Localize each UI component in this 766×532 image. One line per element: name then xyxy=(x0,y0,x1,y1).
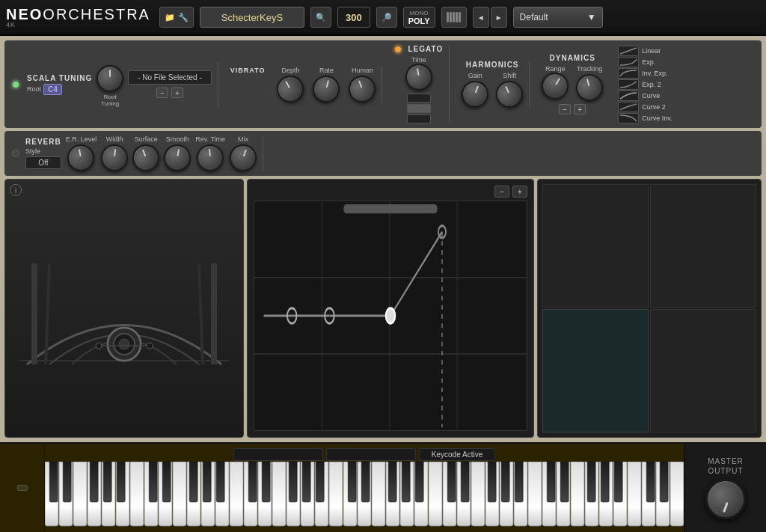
folder-icon: 📁 xyxy=(165,13,175,22)
master-output-section: MASTER OUTPUT xyxy=(684,444,766,532)
surface-knob[interactable] xyxy=(129,141,163,175)
zoom-button[interactable]: 🔎 xyxy=(376,7,397,28)
legato-section: LEGATO Time xyxy=(388,45,450,123)
nav-prev-button[interactable]: ◄ xyxy=(473,7,489,28)
vibrato-depth-knob[interactable] xyxy=(272,70,309,107)
dynamics-tracking-group: Tracking xyxy=(576,65,603,101)
svg-point-15 xyxy=(96,343,102,349)
status-bar-1 xyxy=(233,448,323,461)
curve-exp[interactable]: Exp. xyxy=(618,57,672,67)
legato-led[interactable] xyxy=(394,46,402,53)
vibrato-depth-group: Depth xyxy=(277,67,304,103)
dynamics-tracking-knob[interactable] xyxy=(573,71,606,104)
zoom-icon: 🔎 xyxy=(382,13,392,22)
smooth-group: Smooth xyxy=(164,135,191,171)
dynamics-plus[interactable]: + xyxy=(574,104,586,114)
no-file-button[interactable]: - No File Selected - xyxy=(128,70,212,85)
svg-rect-0 xyxy=(447,12,449,22)
file-button[interactable]: 📁 🔧 xyxy=(159,7,194,28)
reverb-style-value[interactable]: Off xyxy=(25,156,61,169)
dynamics-minus[interactable]: − xyxy=(559,104,571,114)
mono-poly-toggle[interactable]: MONO POLY xyxy=(403,7,435,28)
curve-inv-exp[interactable]: Inv. Exp. xyxy=(618,68,672,79)
grid-cell-4 xyxy=(650,309,756,432)
envelope-visualizer: − + xyxy=(247,179,534,438)
right-visualizer xyxy=(537,179,762,438)
default-select[interactable]: Default ▼ xyxy=(513,7,603,28)
vel-box-3[interactable] xyxy=(407,114,431,123)
status-bar-2 xyxy=(326,448,416,461)
legato-time-knob[interactable] xyxy=(403,61,435,93)
er-level-knob[interactable] xyxy=(66,142,97,174)
vibrato-human-group: Human xyxy=(349,67,376,103)
harmonics-shift-group: Shift xyxy=(496,72,523,108)
plus-button[interactable]: + xyxy=(171,88,183,98)
svg-line-27 xyxy=(390,232,442,316)
preset-display[interactable]: SchecterKeyS xyxy=(200,7,304,28)
env-toolbar: − + xyxy=(254,186,527,198)
nav-next-button[interactable]: ► xyxy=(491,7,507,28)
dynamics-range-knob[interactable] xyxy=(537,67,574,104)
reverb-led[interactable] xyxy=(12,150,19,157)
env-vis-container: − + xyxy=(248,180,533,437)
root-tuning-group: RootTuning xyxy=(96,62,123,107)
piano-button[interactable] xyxy=(441,7,467,28)
curve-curve2[interactable]: Curve 2 xyxy=(618,102,672,112)
bpm-display[interactable]: 300 xyxy=(337,7,370,28)
piano-canvas[interactable] xyxy=(45,462,684,529)
master-output-knob[interactable] xyxy=(705,479,746,519)
keyboard-area: Keycode Active // Will be generated by s… xyxy=(0,442,766,532)
envelope-svg xyxy=(254,201,527,430)
rev-time-knob[interactable] xyxy=(196,143,225,172)
vibrato-rate-knob[interactable] xyxy=(310,72,343,105)
root-tuning-knob[interactable] xyxy=(96,65,123,92)
surface-group: Surface xyxy=(132,135,159,171)
nav-arrows: ◄ ► xyxy=(473,7,507,28)
master-label: MASTER OUTPUT xyxy=(708,456,744,476)
stage-vis xyxy=(5,180,243,437)
search-button[interactable]: 🔍 xyxy=(310,7,331,28)
keyboard-controls xyxy=(0,444,45,532)
vibrato-section: VIBRATO Depth Rate Human xyxy=(224,67,383,103)
mix-group: Mix xyxy=(230,135,257,171)
env-minus-button[interactable]: − xyxy=(494,186,509,198)
env-canvas[interactable] xyxy=(254,201,527,431)
minus-button[interactable]: − xyxy=(156,88,168,98)
keyboard-status: Keycode Active xyxy=(233,448,495,461)
smooth-knob[interactable] xyxy=(162,142,193,174)
svg-point-14 xyxy=(119,339,129,349)
vibrato-rate-group: Rate xyxy=(313,67,340,103)
curve-options: Linear Exp. Inv. Exp. Exp. 2 xyxy=(618,46,672,123)
keyboard-icon xyxy=(447,12,462,22)
curve-exp2[interactable]: Exp. 2 xyxy=(618,79,672,90)
main-panel: SCALA TUNING Root C4 RootTuning - No Fil… xyxy=(0,36,766,442)
keycode-active-label: Keycode Active xyxy=(419,448,495,461)
er-level-group: E.R. Level xyxy=(66,135,97,171)
grid-cell-3 xyxy=(542,309,649,432)
harmonics-gain-knob[interactable] xyxy=(458,77,492,111)
harmonics-gain-group: Gain xyxy=(462,72,488,108)
top-controls-row: SCALA TUNING Root C4 RootTuning - No Fil… xyxy=(4,40,762,128)
mix-knob[interactable] xyxy=(226,141,260,175)
visualizers-row: i xyxy=(4,179,762,438)
svg-point-31 xyxy=(386,308,396,323)
stage-visualizer: i xyxy=(4,179,244,438)
curve-linear[interactable]: Linear xyxy=(618,46,672,56)
grid-cell-1 xyxy=(542,184,649,308)
velocity-boxes xyxy=(407,94,431,123)
grid-cell-2 xyxy=(650,184,756,308)
svg-rect-4 xyxy=(459,12,461,22)
scala-led[interactable] xyxy=(12,81,19,88)
vel-box-1[interactable] xyxy=(407,94,431,103)
width-knob[interactable] xyxy=(100,143,129,172)
piano-wrapper: Keycode Active // Will be generated by s… xyxy=(45,444,684,532)
harmonics-shift-knob[interactable] xyxy=(491,76,527,112)
vel-box-2[interactable] xyxy=(407,104,431,113)
curve-curve[interactable]: Curve xyxy=(618,91,672,101)
dynamics-section: DYNAMICS Range Tracking − + xyxy=(536,54,609,114)
keyboard-led[interactable] xyxy=(17,485,28,491)
curve-inv[interactable]: Curve Inv. xyxy=(618,113,672,123)
env-plus-button[interactable]: + xyxy=(512,186,527,198)
search-icon: 🔍 xyxy=(316,13,326,22)
vibrato-human-knob[interactable] xyxy=(345,71,379,106)
